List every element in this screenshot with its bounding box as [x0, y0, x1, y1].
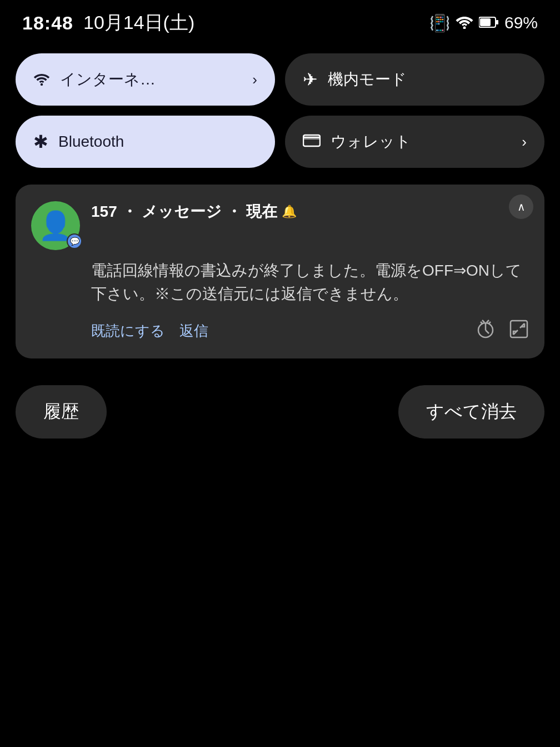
- wifi-icon: [33, 69, 50, 90]
- notification-actions: 既読にする 返信: [91, 317, 529, 345]
- airplane-icon: ✈: [303, 69, 318, 90]
- notification-card: ∧ 👤 💬 157 ・ メッセージ ・ 現在 🔔: [16, 185, 544, 358]
- internet-tile[interactable]: インターネ… ›: [16, 53, 275, 106]
- airplane-tile[interactable]: ✈ 機内モード: [285, 53, 544, 106]
- wallet-tile[interactable]: ウォレット ›: [285, 116, 544, 168]
- internet-tile-label: インターネ…: [60, 69, 156, 90]
- status-right: 📳 69%: [429, 13, 538, 33]
- quick-settings-panel: インターネ… › ✈ 機内モード ✱ Bluetooth ウォレット ›: [0, 42, 560, 179]
- status-left: 18:48 10月14日(土): [22, 10, 194, 36]
- status-bar: 18:48 10月14日(土) 📳 69%: [0, 0, 560, 42]
- mark-read-button[interactable]: 既読にする: [91, 317, 174, 345]
- svg-line-11: [481, 322, 483, 324]
- wallet-icon: [303, 132, 321, 152]
- notification-separator: ・: [122, 201, 137, 222]
- reply-button[interactable]: 返信: [179, 317, 217, 345]
- action-icons: [476, 319, 529, 343]
- avatar-badge: 💬: [67, 233, 82, 249]
- wallet-tile-arrow: ›: [522, 133, 527, 151]
- status-time: 18:48: [22, 12, 73, 34]
- airplane-tile-label: 機内モード: [328, 69, 407, 90]
- battery-percentage: 69%: [504, 13, 538, 32]
- snooze-icon[interactable]: [476, 319, 496, 343]
- history-button[interactable]: 履歴: [16, 385, 107, 439]
- notification-separator2: ・: [226, 201, 242, 222]
- wifi-status-icon: [456, 13, 473, 33]
- svg-point-0: [463, 26, 466, 29]
- collapse-button[interactable]: ∧: [509, 195, 533, 219]
- avatar-container: 👤 💬: [31, 201, 80, 250]
- notification-bell-icon: 🔔: [282, 205, 297, 219]
- vibrate-icon: 📳: [429, 13, 450, 33]
- status-date: 10月14日(土): [83, 10, 194, 36]
- internet-tile-arrow: ›: [252, 71, 257, 88]
- notification-sender: 157: [91, 203, 117, 221]
- bluetooth-tile-label: Bluetooth: [58, 133, 124, 151]
- svg-rect-3: [496, 20, 498, 24]
- expand-icon[interactable]: [509, 319, 529, 343]
- chevron-up-icon: ∧: [517, 200, 526, 213]
- bluetooth-icon: ✱: [33, 131, 48, 152]
- notification-app: メッセージ: [142, 201, 222, 222]
- notification-body: 電話回線情報の書込みが終了しました。電源をOFF⇒ONして下さい。※この送信元に…: [91, 259, 529, 306]
- bluetooth-tile[interactable]: ✱ Bluetooth: [16, 116, 275, 168]
- svg-rect-2: [480, 18, 491, 26]
- notification-meta: 157 ・ メッセージ ・ 現在 🔔: [91, 201, 529, 226]
- wallet-tile-label: ウォレット: [331, 131, 411, 152]
- svg-line-10: [486, 330, 489, 333]
- notification-title: 157 ・ メッセージ ・ 現在 🔔: [91, 201, 529, 222]
- clear-all-button[interactable]: すべて消去: [398, 385, 544, 439]
- battery-icon: [479, 13, 499, 32]
- svg-line-12: [488, 322, 491, 324]
- notification-time: 現在: [246, 201, 277, 222]
- bottom-buttons: 履歴 すべて消去: [0, 370, 560, 454]
- notification-area: ∧ 👤 💬 157 ・ メッセージ ・ 現在 🔔: [0, 179, 560, 370]
- svg-rect-13: [511, 321, 527, 337]
- notification-header: 👤 💬 157 ・ メッセージ ・ 現在 🔔: [31, 201, 529, 250]
- message-badge-icon: 💬: [70, 237, 79, 246]
- svg-point-4: [41, 83, 43, 85]
